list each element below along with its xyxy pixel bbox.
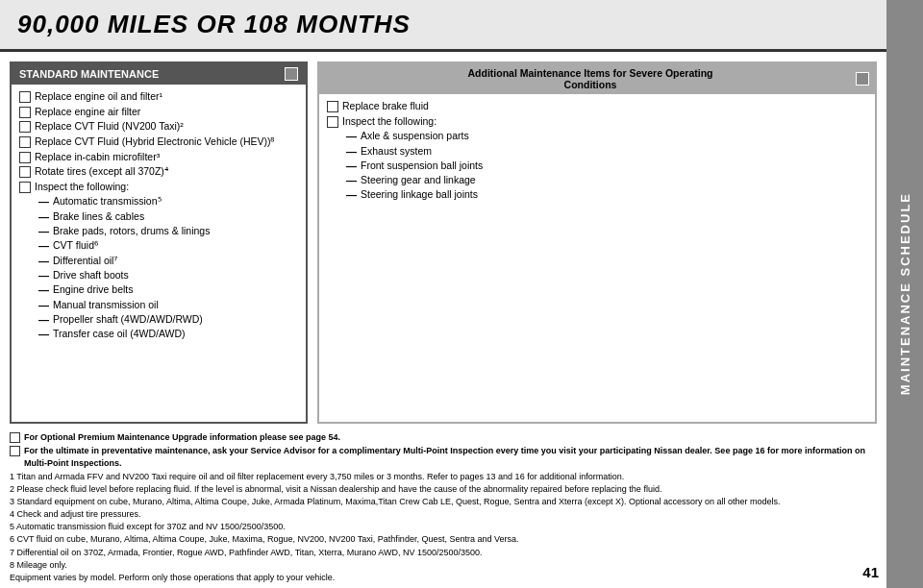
dash-icon: — — [38, 225, 49, 238]
dash-icon: — — [38, 239, 49, 253]
left-sub-item: —CVT fluid⁶ — [38, 239, 298, 253]
sub-item-label: CVT fluid⁶ — [53, 239, 98, 253]
dash-icon: — — [346, 130, 357, 143]
right-sub-item: —Exhaust system — [346, 145, 867, 159]
content-area: STANDARD MAINTENANCE Replace engine oil … — [0, 52, 886, 428]
item-label: Rotate tires (except all 370Z)⁴ — [35, 165, 168, 179]
sub-item-label: Drive shaft boots — [53, 269, 129, 282]
dash-icon: — — [346, 159, 357, 173]
sub-item-label: Axle & suspension parts — [361, 130, 469, 143]
item-label: Replace in-cabin microfilter³ — [35, 151, 160, 164]
footnote-checkbox[interactable] — [10, 446, 20, 456]
right-panel-title-line2: Conditions — [325, 79, 856, 90]
dash-icon: — — [38, 328, 49, 341]
checkbox[interactable] — [19, 152, 31, 163]
left-sub-item: —Engine drive belts — [38, 283, 298, 297]
checkbox[interactable] — [19, 91, 31, 103]
left-sub-item: —Propeller shaft (4WD/AWD/RWD) — [38, 313, 298, 327]
footnote-line: 3 Standard equipment on cube, Murano, Al… — [10, 496, 877, 507]
right-panel-header: Additional Maintenance Items for Severe … — [319, 63, 875, 94]
page-title: 90,000 MILES OR 108 MONTHS — [17, 10, 411, 38]
dash-icon: — — [346, 174, 357, 187]
left-checkbox-item: Rotate tires (except all 370Z)⁴ — [19, 165, 298, 179]
dash-icon: — — [38, 299, 49, 312]
main-content: 90,000 MILES OR 108 MONTHS STANDARD MAIN… — [0, 0, 886, 588]
dash-icon: — — [38, 313, 49, 327]
dash-icon: — — [38, 195, 49, 208]
sidebar-label: MAINTENANCE SCHEDULE — [898, 192, 912, 395]
item-label: Replace engine oil and filter¹ — [35, 90, 162, 104]
footnote-line: 2 Please check fluid level before replac… — [10, 483, 877, 495]
left-checkbox-item: Replace engine air filter — [19, 106, 298, 119]
left-sub-item: —Manual transmission oil — [38, 299, 298, 312]
checkbox[interactable] — [327, 116, 338, 128]
footnote-bold-text: For Optional Premium Maintenance Upgrade… — [24, 431, 340, 443]
checkbox[interactable] — [19, 182, 31, 193]
footnote-line: 5 Automatic transmission fluid except fo… — [10, 521, 877, 532]
checkbox[interactable] — [19, 166, 31, 178]
footnote-line: 7 Differential oil on 370Z, Armada, Fron… — [10, 547, 877, 558]
page-header: 90,000 MILES OR 108 MONTHS — [0, 0, 886, 52]
dash-icon: — — [38, 283, 49, 297]
left-sub-item: —Brake lines & cables — [38, 210, 298, 224]
right-sub-item: —Steering linkage ball joints — [346, 188, 867, 202]
right-sub-item: —Steering gear and linkage — [346, 174, 867, 187]
footnote-bold-text: For the ultimate in preventative mainten… — [24, 445, 877, 468]
item-label: Replace CVT Fluid (Hybrid Electronic Veh… — [35, 135, 274, 149]
right-panel-body: Replace brake fluidInspect the following… — [319, 94, 875, 209]
item-label: Replace brake fluid — [342, 100, 429, 113]
sub-item-label: Steering gear and linkage — [361, 174, 476, 187]
right-sub-item: —Front suspension ball joints — [346, 159, 867, 173]
sub-item-label: Propeller shaft (4WD/AWD/RWD) — [53, 313, 203, 327]
left-sub-item: —Transfer case oil (4WD/AWD) — [38, 328, 298, 341]
sub-item-label: Differential oil⁷ — [53, 255, 117, 268]
dash-icon: — — [346, 145, 357, 159]
left-sub-item: —Brake pads, rotors, drums & linings — [38, 225, 298, 238]
right-sub-item: —Axle & suspension parts — [346, 130, 867, 143]
left-sub-item: —Automatic transmission⁵ — [38, 195, 298, 208]
sub-item-label: Brake lines & cables — [53, 210, 144, 224]
sub-item-label: Manual transmission oil — [53, 299, 159, 312]
left-checkbox-item: Replace CVT Fluid (NV200 Taxi)² — [19, 120, 298, 134]
sub-item-label: Brake pads, rotors, drums & linings — [53, 225, 210, 238]
footnote-bold-item: For Optional Premium Maintenance Upgrade… — [10, 431, 877, 443]
left-sub-item: —Drive shaft boots — [38, 269, 298, 282]
footnote-checkbox[interactable] — [10, 432, 20, 443]
sub-item-label: Automatic transmission⁵ — [53, 195, 162, 208]
footnote-line: 4 Check and adjust tire pressures. — [10, 508, 877, 520]
sub-item-label: Transfer case oil (4WD/AWD) — [53, 328, 186, 341]
dash-icon: — — [38, 210, 49, 224]
checkbox[interactable] — [19, 136, 31, 148]
page-number: 41 — [862, 564, 879, 580]
left-panel-header: STANDARD MAINTENANCE — [12, 63, 306, 85]
right-checkbox-item: Replace brake fluid — [327, 100, 867, 113]
sub-item-label: Front suspension ball joints — [361, 159, 483, 173]
sub-item-label: Engine drive belts — [53, 283, 133, 297]
left-sub-item: —Differential oil⁷ — [38, 255, 298, 268]
sub-item-label: Exhaust system — [361, 145, 432, 159]
dash-icon: — — [346, 188, 357, 202]
left-checkbox-item: Inspect the following: — [19, 181, 298, 194]
checkbox[interactable] — [19, 107, 31, 118]
left-checkbox-item: Replace CVT Fluid (Hybrid Electronic Veh… — [19, 135, 298, 149]
right-panel-title-line1: Additional Maintenance Items for Severe … — [325, 67, 856, 79]
footnote-line: 8 Mileage only. — [10, 559, 877, 571]
right-panel-box-icon — [856, 72, 869, 86]
checkbox[interactable] — [327, 101, 338, 112]
left-panel-box-icon — [285, 67, 298, 81]
standard-maintenance-panel: STANDARD MAINTENANCE Replace engine oil … — [10, 61, 308, 424]
right-checkbox-item: Inspect the following: — [327, 115, 867, 129]
checkbox[interactable] — [19, 121, 31, 133]
item-label: Replace engine air filter — [35, 106, 140, 119]
item-label: Inspect the following: — [35, 181, 129, 194]
item-label: Replace CVT Fluid (NV200 Taxi)² — [35, 120, 184, 134]
footnote-bold-item: For the ultimate in preventative mainten… — [10, 445, 877, 468]
dash-icon: — — [38, 269, 49, 282]
footnote-line: 6 CVT fluid on cube, Murano, Altima, Alt… — [10, 533, 877, 545]
footnotes-area: For Optional Premium Maintenance Upgrade… — [0, 428, 886, 588]
left-panel-body: Replace engine oil and filter¹Replace en… — [12, 85, 306, 348]
left-checkbox-item: Replace engine oil and filter¹ — [19, 90, 298, 104]
footnote-line: 1 Titan and Armada FFV and NV200 Taxi re… — [10, 471, 877, 482]
footnote-line: Equipment varies by model. Perform only … — [10, 572, 877, 583]
severe-conditions-panel: Additional Maintenance Items for Severe … — [317, 61, 877, 424]
